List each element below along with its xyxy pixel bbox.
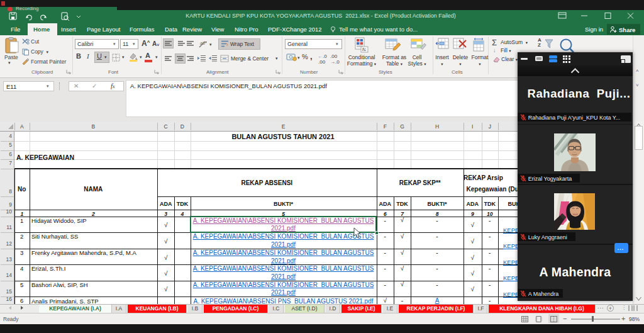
svg-text:ab: ab <box>200 41 205 45</box>
svg-text:f≤: f≤ <box>362 47 366 52</box>
